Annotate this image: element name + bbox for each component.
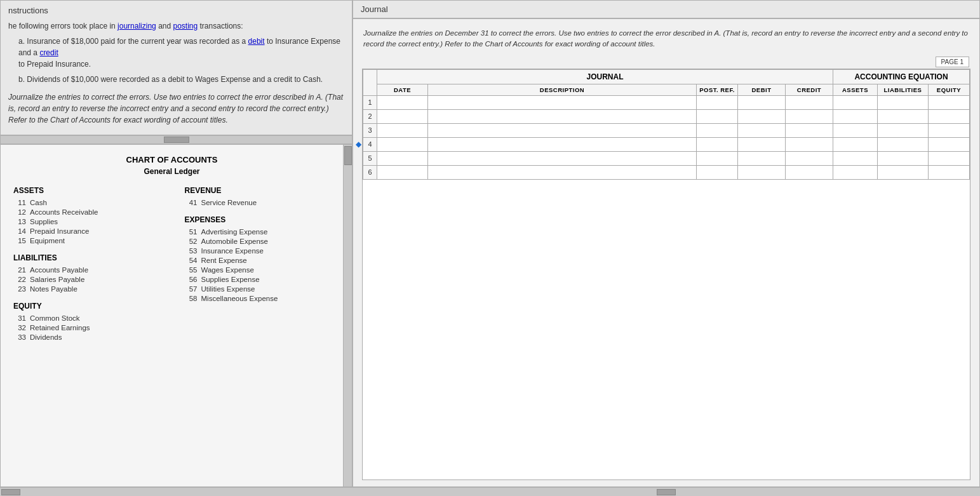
row2-assets-input[interactable] [836,112,875,120]
row6-debit-input[interactable] [741,168,782,176]
right-bottom-scrollbar-thumb[interactable] [657,489,676,495]
row6-credit[interactable] [786,165,833,179]
row3-credit-input[interactable] [788,126,830,134]
row6-assets-input[interactable] [836,168,875,176]
row2-postref[interactable] [697,109,738,123]
row4-desc[interactable] [428,137,697,151]
row5-liabilities[interactable] [878,151,929,165]
row2-date-input[interactable] [380,112,425,120]
credit-link[interactable]: credit [39,48,58,57]
row4-liabilities-input[interactable] [880,140,925,148]
row3-date[interactable] [377,123,428,137]
chart-bottom-scrollbar-thumb[interactable] [1,489,20,495]
scrollbar-v-thumb[interactable] [344,146,352,165]
row2-postref-input[interactable] [699,112,735,120]
row2-debit[interactable] [738,109,786,123]
row1-assets[interactable] [833,95,878,109]
row5-credit[interactable] [786,151,833,165]
row4-equity[interactable] [929,137,970,151]
row1-date-input[interactable] [380,98,425,106]
row1-liabilities-input[interactable] [880,98,925,106]
row5-debit-input[interactable] [741,154,782,162]
row1-desc-input[interactable] [431,98,694,106]
row3-desc[interactable] [428,123,697,137]
row6-desc-input[interactable] [431,168,694,176]
row6-desc[interactable] [428,165,697,179]
row6-liabilities[interactable] [878,165,929,179]
row5-desc-input[interactable] [431,154,694,162]
row1-liabilities[interactable] [878,95,929,109]
row3-debit-input[interactable] [741,126,782,134]
row5-credit-input[interactable] [788,154,830,162]
row2-liabilities-input[interactable] [880,112,925,120]
row3-postref[interactable] [697,123,738,137]
row2-date[interactable] [377,109,428,123]
row4-credit-input[interactable] [788,140,830,148]
row2-assets[interactable] [833,109,878,123]
row6-date[interactable] [377,165,428,179]
row3-assets-input[interactable] [836,126,875,134]
row2-debit-input[interactable] [741,112,782,120]
row3-credit[interactable] [786,123,833,137]
row4-date[interactable] [377,137,428,151]
row5-date-input[interactable] [380,154,425,162]
row3-postref-input[interactable] [699,126,735,134]
row3-debit[interactable] [738,123,786,137]
row1-equity[interactable] [929,95,970,109]
row3-assets[interactable] [833,123,878,137]
row1-debit[interactable] [738,95,786,109]
posting-link[interactable]: posting [173,22,198,30]
row6-assets[interactable] [833,165,878,179]
row6-liabilities-input[interactable] [880,168,925,176]
row1-assets-input[interactable] [836,98,875,106]
row5-assets-input[interactable] [836,154,875,162]
row2-desc-input[interactable] [431,112,694,120]
row4-debit-input[interactable] [741,140,782,148]
row4-desc-input[interactable] [431,140,694,148]
row3-liabilities-input[interactable] [880,126,925,134]
row1-postref[interactable] [697,95,738,109]
row3-liabilities[interactable] [878,123,929,137]
left-horizontal-scrollbar[interactable] [0,135,352,144]
row5-date[interactable] [377,151,428,165]
row1-postref-input[interactable] [699,98,735,106]
row1-equity-input[interactable] [931,98,967,106]
row2-equity[interactable] [929,109,970,123]
row3-equity-input[interactable] [931,126,967,134]
row4-equity-input[interactable] [931,140,967,148]
debit-link[interactable]: debit [248,37,265,46]
row1-date[interactable] [377,95,428,109]
row4-debit[interactable] [738,137,786,151]
row4-liabilities[interactable] [878,137,929,151]
row3-equity[interactable] [929,123,970,137]
row5-desc[interactable] [428,151,697,165]
row1-debit-input[interactable] [741,98,782,106]
row6-postref-input[interactable] [699,168,735,176]
row3-desc-input[interactable] [431,126,694,134]
row4-postref-input[interactable] [699,140,735,148]
row5-postref-input[interactable] [699,154,735,162]
row1-credit-input[interactable] [788,98,830,106]
row2-desc[interactable] [428,109,697,123]
row4-date-input[interactable] [380,140,425,148]
row5-liabilities-input[interactable] [880,154,925,162]
row2-credit[interactable] [786,109,833,123]
row6-equity[interactable] [929,165,970,179]
row5-equity[interactable] [929,151,970,165]
row2-equity-input[interactable] [931,112,967,120]
row5-equity-input[interactable] [931,154,967,162]
row2-credit-input[interactable] [788,112,830,120]
row4-credit[interactable] [786,137,833,151]
row1-credit[interactable] [786,95,833,109]
row5-debit[interactable] [738,151,786,165]
row5-postref[interactable] [697,151,738,165]
row4-postref[interactable] [697,137,738,151]
row4-assets[interactable] [833,137,878,151]
right-bottom-scrollbar[interactable] [352,487,980,496]
row6-date-input[interactable] [380,168,425,176]
row6-debit[interactable] [738,165,786,179]
row3-date-input[interactable] [380,126,425,134]
scrollbar-thumb[interactable] [164,137,189,143]
row6-credit-input[interactable] [788,168,830,176]
row5-assets[interactable] [833,151,878,165]
